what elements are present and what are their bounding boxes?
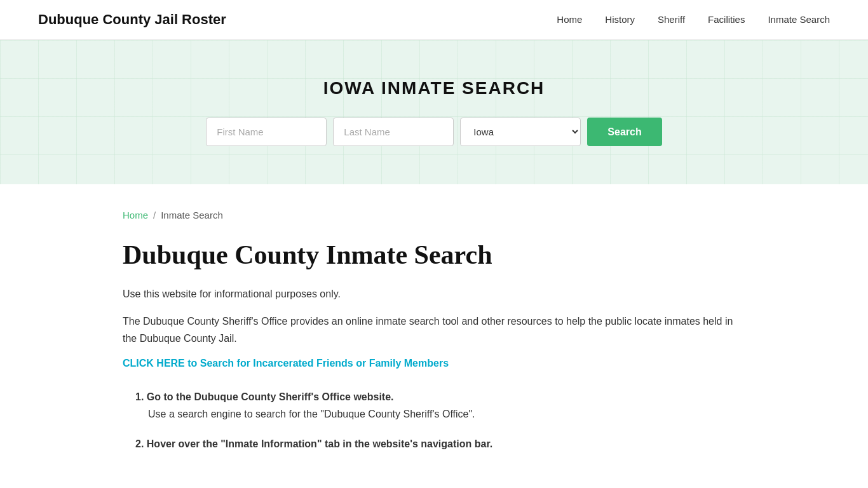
nav-item-inmate-search[interactable]: Inmate Search xyxy=(768,14,830,25)
state-select[interactable]: Iowa Alabama Alaska Arizona Arkansas Cal… xyxy=(460,118,581,146)
site-logo[interactable]: Dubuque County Jail Roster xyxy=(38,11,226,28)
breadcrumb-separator: / xyxy=(153,210,156,220)
breadcrumb-home[interactable]: Home xyxy=(123,210,148,220)
nav-link-facilities[interactable]: Facilities xyxy=(708,14,745,25)
intro-paragraph-2: The Dubuque County Sheriff's Office prov… xyxy=(123,313,745,347)
step-1-desc: Use a search engine to search for the "D… xyxy=(148,405,745,423)
last-name-input[interactable] xyxy=(333,118,454,146)
nav-item-facilities[interactable]: Facilities xyxy=(708,14,745,25)
page-title: Dubuque County Inmate Search xyxy=(123,240,745,270)
main-nav: Home History Sheriff Facilities Inmate S… xyxy=(557,14,830,25)
intro-paragraph-1: Use this website for informational purpo… xyxy=(123,285,745,302)
step-1-title: Go to the Dubuque County Sheriff's Offic… xyxy=(147,391,394,402)
step-2-title: Hover over the "Inmate Information" tab … xyxy=(147,438,492,449)
cta-link[interactable]: CLICK HERE to Search for Incarcerated Fr… xyxy=(123,358,449,369)
hero-banner: IOWA INMATE SEARCH Iowa Alabama Alaska A… xyxy=(0,40,868,184)
site-header: Dubuque County Jail Roster Home History … xyxy=(0,0,868,40)
list-item: Hover over the "Inmate Information" tab … xyxy=(135,435,745,452)
nav-item-history[interactable]: History xyxy=(605,14,635,25)
breadcrumb-current: Inmate Search xyxy=(161,210,223,220)
nav-list: Home History Sheriff Facilities Inmate S… xyxy=(557,14,830,25)
nav-link-inmate-search[interactable]: Inmate Search xyxy=(768,14,830,25)
hero-title: IOWA INMATE SEARCH xyxy=(13,78,855,98)
breadcrumb: Home / Inmate Search xyxy=(123,210,745,220)
search-button[interactable]: Search xyxy=(587,118,661,146)
search-form: Iowa Alabama Alaska Arizona Arkansas Cal… xyxy=(13,118,855,146)
nav-link-history[interactable]: History xyxy=(605,14,635,25)
instruction-list: Go to the Dubuque County Sheriff's Offic… xyxy=(123,388,745,453)
main-content: Home / Inmate Search Dubuque County Inma… xyxy=(85,184,783,488)
nav-link-home[interactable]: Home xyxy=(557,14,582,25)
nav-item-home[interactable]: Home xyxy=(557,14,582,25)
first-name-input[interactable] xyxy=(206,118,327,146)
list-item: Go to the Dubuque County Sheriff's Offic… xyxy=(135,388,745,423)
nav-link-sheriff[interactable]: Sheriff xyxy=(658,14,685,25)
nav-item-sheriff[interactable]: Sheriff xyxy=(658,14,685,25)
